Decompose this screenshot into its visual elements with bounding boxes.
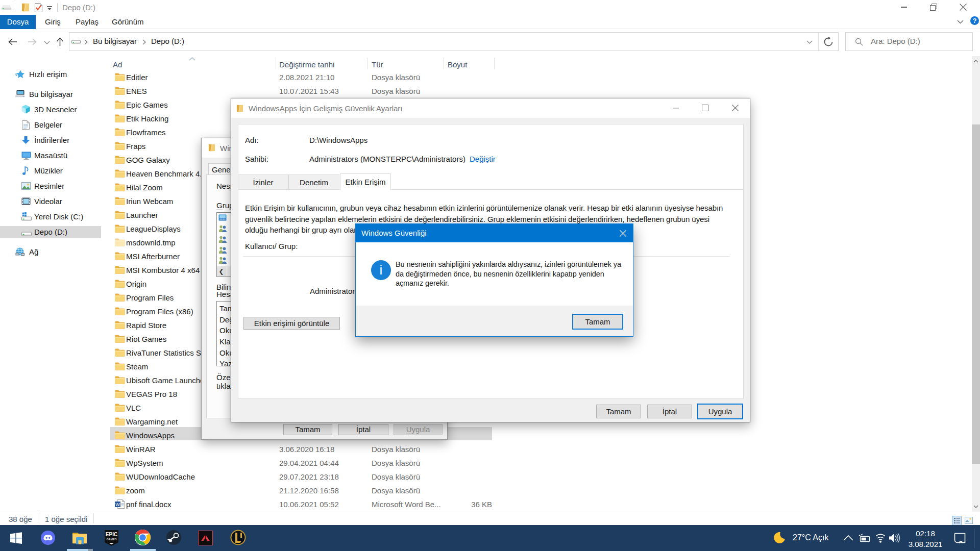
svg-text:EPIC: EPIC — [106, 532, 117, 537]
svg-text:W: W — [115, 502, 120, 507]
svg-text:GAMES: GAMES — [107, 538, 117, 541]
